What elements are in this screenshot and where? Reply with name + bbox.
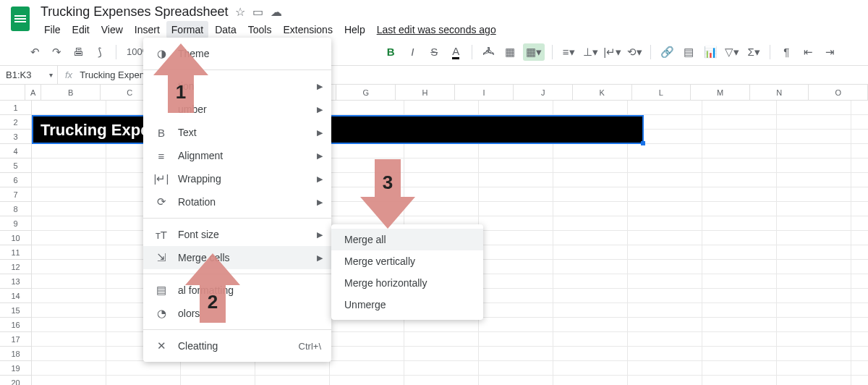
- column-header-A[interactable]: A: [25, 85, 41, 100]
- column-header-M[interactable]: M: [691, 85, 750, 100]
- row-header-20[interactable]: 20: [0, 376, 32, 385]
- column-header-J[interactable]: J: [514, 85, 573, 100]
- merge-cells-button[interactable]: ▦▾: [523, 43, 545, 61]
- column-header-L[interactable]: L: [632, 85, 692, 100]
- menu-extensions[interactable]: Extensions: [278, 21, 337, 38]
- horizontal-align-button[interactable]: ≡▾: [560, 43, 577, 61]
- row-header-10[interactable]: 10: [0, 231, 32, 245]
- sheets-logo[interactable]: [6, 4, 35, 33]
- insert-chart-button[interactable]: 📊: [702, 43, 719, 61]
- format-menu-item[interactable]: ✕CleattingCtrl+\: [143, 334, 331, 358]
- menu-shortcut: Ctrl+\: [299, 341, 321, 352]
- merge-submenu-item[interactable]: Merge vertically: [331, 250, 483, 272]
- merge-submenu-item[interactable]: Unmerge: [331, 294, 483, 316]
- menu-insert[interactable]: Insert: [129, 21, 165, 38]
- text-wrap-button[interactable]: |↵▾: [603, 43, 621, 61]
- ltr-increase-button[interactable]: ⇥: [821, 43, 838, 61]
- vertical-align-button[interactable]: ⊥▾: [582, 43, 599, 61]
- print-button[interactable]: 🖶: [69, 43, 87, 61]
- row-header-3[interactable]: 3: [0, 130, 32, 144]
- column-header-B[interactable]: B: [41, 85, 101, 100]
- row-header-11[interactable]: 11: [0, 245, 32, 260]
- functions-button[interactable]: Σ▾: [745, 43, 762, 61]
- menu-tools[interactable]: Tools: [243, 21, 277, 38]
- menu-item-icon: |↵|: [153, 172, 169, 185]
- row-header-9[interactable]: 9: [0, 216, 32, 231]
- merge-submenu-item[interactable]: Merge all: [331, 229, 483, 250]
- insert-link-button[interactable]: 🔗: [658, 43, 676, 61]
- format-menu-item[interactable]: |↵|Wrapping▶: [143, 167, 331, 190]
- row-header-16[interactable]: 16: [0, 318, 32, 332]
- insert-comment-button[interactable]: ▤: [680, 43, 697, 61]
- paint-format-button[interactable]: ⟆: [91, 43, 109, 61]
- chevron-right-icon: ▶: [317, 151, 323, 161]
- chevron-right-icon: ▶: [317, 230, 323, 240]
- format-menu-item[interactable]: ⟳Rotation▶: [143, 190, 331, 213]
- annotation-arrow-1: 1: [152, 43, 210, 116]
- format-menu-item[interactable]: BText▶: [143, 121, 331, 144]
- column-header-O[interactable]: O: [809, 85, 868, 100]
- text-color-button[interactable]: A: [447, 43, 464, 61]
- menu-view[interactable]: View: [96, 21, 128, 38]
- name-box[interactable]: B1:K3 ▾: [0, 66, 58, 84]
- row-header-17[interactable]: 17: [0, 332, 32, 347]
- menu-item-label: Font size: [178, 229, 219, 240]
- format-menu-item[interactable]: ≡Alignment▶: [143, 144, 331, 167]
- menu-file[interactable]: File: [39, 21, 66, 38]
- menu-data[interactable]: Data: [210, 21, 242, 38]
- chevron-right-icon: ▶: [317, 253, 323, 263]
- doc-title[interactable]: Trucking Expenses Spreadsheet: [41, 4, 228, 20]
- undo-button[interactable]: ↶: [26, 43, 43, 61]
- row-header-4[interactable]: 4: [0, 144, 32, 158]
- column-header-N[interactable]: N: [750, 85, 809, 100]
- last-edit-link[interactable]: Last edit was seconds ago: [372, 21, 501, 38]
- text-rotation-button[interactable]: ⟲▾: [626, 43, 643, 61]
- formula-bar: B1:K3 ▾ fx Trucking Expenses Spreadsheet: [0, 66, 868, 85]
- menu-item-icon: ⟳: [153, 195, 169, 208]
- ltr-decrease-button[interactable]: ⇤: [799, 43, 817, 61]
- column-header-K[interactable]: K: [573, 85, 632, 100]
- merged-title-cell[interactable]: Trucking Expenses Spreadsheet: [32, 115, 644, 144]
- cloud-icon[interactable]: ☁: [271, 5, 282, 19]
- row-header-1[interactable]: 1: [0, 101, 32, 115]
- menu-edit[interactable]: Edit: [67, 21, 95, 38]
- menu-item-label: Text: [178, 127, 197, 138]
- menu-format[interactable]: Format: [166, 21, 208, 38]
- move-icon[interactable]: ▭: [252, 5, 263, 19]
- row-header-12[interactable]: 12: [0, 260, 32, 274]
- menu-item-icon: ▤: [153, 284, 169, 297]
- borders-button[interactable]: ▦: [501, 43, 519, 61]
- italic-button[interactable]: I: [404, 43, 421, 61]
- column-header-H[interactable]: H: [396, 85, 455, 100]
- format-menu-item[interactable]: тTFont size▶: [143, 223, 331, 246]
- row-header-15[interactable]: 15: [0, 303, 32, 318]
- row-header-13[interactable]: 13: [0, 274, 32, 289]
- star-icon[interactable]: ☆: [235, 5, 245, 19]
- menu-item-icon: ◔: [153, 307, 169, 320]
- chevron-right-icon: ▶: [317, 105, 323, 114]
- rtl-button[interactable]: ¶: [778, 43, 795, 61]
- row-header-19[interactable]: 19: [0, 361, 32, 376]
- chevron-right-icon: ▶: [317, 82, 323, 91]
- row-header-7[interactable]: 7: [0, 187, 32, 202]
- column-header-I[interactable]: I: [455, 85, 514, 100]
- strikethrough-button[interactable]: S: [425, 43, 443, 61]
- menu-help[interactable]: Help: [339, 21, 370, 38]
- row-header-14[interactable]: 14: [0, 289, 32, 303]
- row-header-8[interactable]: 8: [0, 202, 32, 216]
- row-header-2[interactable]: 2: [0, 115, 32, 130]
- chevron-right-icon: ▶: [317, 198, 323, 207]
- merge-submenu-item[interactable]: Merge horizontally: [331, 272, 483, 294]
- column-header-G[interactable]: G: [336, 85, 396, 100]
- bold-button[interactable]: B: [382, 43, 399, 61]
- app-header: Trucking Expenses Spreadsheet ☆ ▭ ☁ File…: [0, 0, 868, 38]
- row-header-5[interactable]: 5: [0, 158, 32, 173]
- row-header-6[interactable]: 6: [0, 173, 32, 187]
- fill-color-button[interactable]: 🟃: [480, 43, 497, 61]
- menu-item-label: Cleatting: [178, 340, 218, 352]
- menubar: FileEditViewInsertFormatDataToolsExtensi…: [39, 20, 501, 38]
- fx-icon: fx: [58, 69, 80, 80]
- create-filter-button[interactable]: ▽▾: [723, 43, 741, 61]
- row-header-18[interactable]: 18: [0, 347, 32, 361]
- redo-button[interactable]: ↷: [48, 43, 65, 61]
